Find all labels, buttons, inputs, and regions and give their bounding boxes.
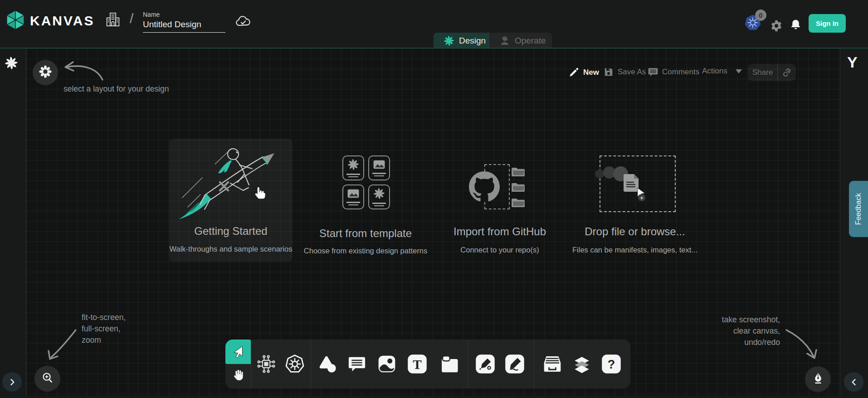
start-from-template-subtitle: Choose from existing design patterns xyxy=(297,247,434,255)
drop-dot xyxy=(595,170,604,179)
save-floppy-icon xyxy=(603,67,614,78)
save-as-button[interactable]: Save As xyxy=(603,67,646,78)
breadcrumb-separator: / xyxy=(130,11,133,26)
notifications-bell-icon[interactable] xyxy=(789,18,802,33)
folder-icon xyxy=(512,197,526,209)
brand-logo[interactable]: KANVAS xyxy=(5,10,94,32)
kubernetes-context-button[interactable]: 0 xyxy=(744,14,767,33)
design-name-field: Name Untitled Design xyxy=(143,11,225,33)
layout-selector-button[interactable] xyxy=(33,60,58,85)
image-tool-button[interactable] xyxy=(377,354,397,374)
import-from-github-subtitle: Connect to your repo(s) xyxy=(432,246,568,254)
caret-down-icon xyxy=(736,69,742,73)
github-octocat-icon xyxy=(469,171,500,204)
getting-started-subtitle: Walk-throughs and sample scenarios xyxy=(163,245,299,253)
cursor-arrow-icon xyxy=(231,345,245,359)
kanvas-hexagon-icon xyxy=(5,10,25,32)
note-tool-button[interactable] xyxy=(439,354,459,374)
new-pencil-icon xyxy=(568,67,580,78)
select-tool-button[interactable] xyxy=(225,340,251,364)
actions-label: Actions xyxy=(702,67,727,76)
hand-icon xyxy=(231,369,245,384)
layout-hint-arrow xyxy=(59,58,113,85)
drawer-tool-button[interactable] xyxy=(542,354,562,374)
settings-gear-icon[interactable] xyxy=(770,19,783,34)
tab-operate[interactable]: Operate xyxy=(489,33,552,49)
comment-tool-button[interactable] xyxy=(347,354,367,374)
actions-dropdown[interactable]: Actions xyxy=(702,67,742,76)
drop-file-title: Drop file or browse... xyxy=(567,225,703,238)
pan-tool-button[interactable] xyxy=(225,364,251,388)
feedback-tab[interactable]: Feedback xyxy=(849,181,868,237)
share-link-icon[interactable] xyxy=(778,67,796,78)
new-label: New xyxy=(583,68,599,77)
new-button[interactable]: New xyxy=(568,67,599,78)
text-tool-button[interactable] xyxy=(407,354,427,374)
layout-hint-text: select a layout for your design xyxy=(63,84,169,94)
cloud-saved-icon xyxy=(235,15,252,30)
template-tile xyxy=(342,184,364,209)
folder-icon xyxy=(512,166,526,179)
comments-button[interactable]: Comments xyxy=(648,67,699,78)
loading-spiral-icon xyxy=(5,56,18,72)
layers-tool-button[interactable] xyxy=(572,354,592,374)
header-bar: KANVAS / Name Untitled Design Design Ope… xyxy=(0,0,868,48)
zoom-hint-arrow xyxy=(43,325,79,366)
help-tool-button[interactable] xyxy=(601,354,621,374)
template-tile xyxy=(342,155,364,180)
pencil-tool-button[interactable] xyxy=(505,354,525,374)
template-tile xyxy=(368,184,390,209)
rocket-illustration xyxy=(176,143,287,221)
tool-dock xyxy=(225,340,630,388)
organization-icon[interactable] xyxy=(106,11,120,29)
magnifier-icon xyxy=(41,371,54,387)
screenshot-hint-text: take screenshot, clear canvas, undo/redo xyxy=(722,314,780,348)
folder-icon xyxy=(512,182,526,194)
layout-flower-icon xyxy=(39,65,52,80)
pen-tool-button[interactable] xyxy=(475,354,495,374)
design-spiral-icon xyxy=(444,35,454,46)
context-count-badge: 0 xyxy=(755,10,766,21)
operate-headset-icon xyxy=(499,35,510,46)
share-label: Share xyxy=(748,68,777,77)
card-hand-cursor-icon xyxy=(252,185,268,202)
pen-nib-icon xyxy=(811,372,825,387)
plus-badge: + xyxy=(638,194,645,201)
tab-design-label: Design xyxy=(459,36,486,46)
layer5-y-logo: Y xyxy=(847,53,858,71)
kanvas-app: KANVAS / Name Untitled Design Design Ope… xyxy=(0,0,868,398)
import-from-github-title: Import from GitHub xyxy=(432,225,568,238)
sign-in-button[interactable]: Sign In xyxy=(809,14,846,33)
getting-started-title: Getting Started xyxy=(163,225,299,238)
expand-right-panel-button[interactable] xyxy=(844,372,863,392)
save-as-label: Save As xyxy=(618,68,646,77)
zoom-button[interactable] xyxy=(34,366,60,392)
kubernetes-coin-icon xyxy=(744,25,762,33)
brand-name: KANVAS xyxy=(30,13,94,29)
tab-design[interactable]: Design xyxy=(434,33,489,49)
shapes-tool-button[interactable] xyxy=(317,354,337,374)
design-name-label: Name xyxy=(143,11,225,18)
start-from-template-title: Start from template xyxy=(297,227,434,240)
pen-tools-button[interactable] xyxy=(805,366,831,392)
components-tool-button[interactable] xyxy=(256,354,276,374)
zoom-hint-text: fit-to-screen, full-screen, zoom xyxy=(82,312,126,346)
comments-icon xyxy=(648,67,658,78)
chevron-left-icon xyxy=(849,378,858,387)
chevron-right-icon xyxy=(8,378,17,387)
share-button[interactable]: Share xyxy=(748,64,796,81)
drop-file-subtitle: Files can be manifests, images, text... xyxy=(567,246,703,254)
comments-label: Comments xyxy=(662,68,699,77)
screenshot-hint-arrow xyxy=(784,325,820,366)
template-tile xyxy=(368,155,390,180)
expand-left-panel-button[interactable] xyxy=(2,372,22,392)
tab-operate-label: Operate xyxy=(515,36,546,46)
kubernetes-tool-button[interactable] xyxy=(285,354,305,374)
design-name-input[interactable]: Untitled Design xyxy=(143,19,225,33)
feedback-label: Feedback xyxy=(854,193,863,225)
